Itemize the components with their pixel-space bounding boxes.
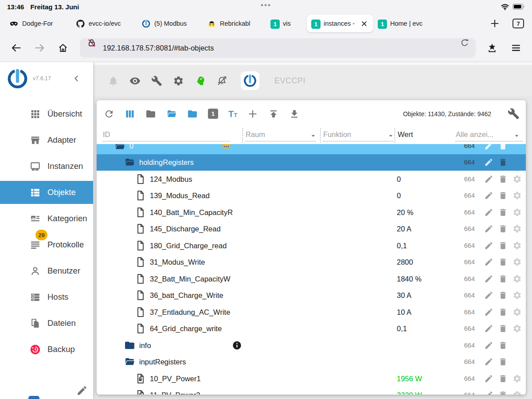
columns-settings-button[interactable] bbox=[508, 108, 520, 120]
collapse-sidebar-button[interactable] bbox=[72, 74, 82, 83]
delete-object-icon[interactable] bbox=[498, 291, 508, 300]
object-row[interactable]: 10_PV_Power11956 W664 bbox=[97, 370, 526, 387]
delete-object-icon[interactable] bbox=[498, 191, 508, 200]
object-row[interactable]: info664 bbox=[97, 337, 526, 354]
delete-object-icon[interactable] bbox=[498, 158, 508, 167]
object-value[interactable]: 30 A bbox=[397, 291, 411, 300]
file-icon[interactable] bbox=[135, 240, 146, 251]
file-lock-icon[interactable] bbox=[135, 390, 146, 395]
acl-value[interactable]: 664 bbox=[464, 358, 475, 365]
sidebar-item-kategorien[interactable]: Kategorien bbox=[0, 207, 93, 230]
sidebar-item-objekte[interactable]: Objekte bbox=[0, 181, 93, 204]
reload-button[interactable] bbox=[460, 38, 469, 48]
object-value[interactable]: 0 bbox=[397, 175, 401, 183]
app-logo-tile[interactable] bbox=[241, 71, 259, 90]
sidebar-item-benutzer[interactable]: Benutzer bbox=[0, 259, 93, 282]
delete-object-icon[interactable] bbox=[498, 174, 508, 184]
object-row[interactable]: 37_Entladung_AC_Write10 A664 bbox=[97, 304, 526, 321]
edit-object-icon[interactable] bbox=[484, 144, 493, 150]
file-icon[interactable] bbox=[135, 207, 146, 218]
folder-open-icon[interactable] bbox=[114, 144, 125, 151]
file-icon[interactable] bbox=[135, 173, 146, 184]
gear-icon[interactable] bbox=[173, 75, 184, 86]
acl-value[interactable]: 664 bbox=[464, 242, 475, 249]
acl-value[interactable]: 664 bbox=[464, 159, 475, 166]
object-row[interactable]: holdingRegisters664 bbox=[97, 154, 526, 171]
bell-icon[interactable] bbox=[108, 75, 119, 86]
object-row[interactable]: 145_Discharge_Read20 A664 bbox=[97, 221, 526, 238]
edit-object-icon[interactable] bbox=[484, 340, 493, 350]
file-icon[interactable] bbox=[135, 257, 146, 268]
object-row[interactable]: 0664 bbox=[97, 144, 526, 154]
object-row[interactable]: 180_Grid_Charge_read0,1664 bbox=[97, 237, 526, 254]
acl-value[interactable]: 664 bbox=[464, 144, 475, 149]
bell-off-icon[interactable] bbox=[216, 75, 227, 86]
filter-funktion-select[interactable]: Funktion bbox=[323, 130, 351, 139]
browser-tab[interactable]: evcc-io/evc bbox=[72, 15, 137, 32]
object-value[interactable]: 20 % bbox=[397, 208, 414, 216]
file-icon[interactable] bbox=[135, 323, 146, 334]
edit-object-icon[interactable] bbox=[484, 158, 493, 167]
folder-open-icon[interactable] bbox=[124, 356, 135, 368]
object-row[interactable]: inputRegisters664 bbox=[97, 354, 526, 371]
delete-object-icon[interactable] bbox=[498, 224, 508, 234]
column-separator[interactable] bbox=[395, 128, 395, 143]
refresh-icon[interactable] bbox=[104, 109, 114, 119]
edit-object-icon[interactable] bbox=[484, 224, 493, 234]
forward-button[interactable] bbox=[35, 43, 45, 53]
edit-object-icon[interactable] bbox=[484, 324, 493, 333]
object-settings-icon[interactable] bbox=[512, 274, 522, 283]
sidebar-item-protokolle[interactable]: Protokolle29 bbox=[0, 233, 93, 256]
edit-object-icon[interactable] bbox=[484, 274, 493, 283]
acl-value[interactable]: 664 bbox=[464, 325, 475, 332]
file-icon[interactable] bbox=[135, 290, 146, 301]
home-button[interactable] bbox=[58, 43, 68, 53]
sidebar-item-backup[interactable]: Backup bbox=[0, 338, 93, 361]
chevron-down-icon[interactable] bbox=[388, 133, 394, 139]
filter-raum-select[interactable]: Raum bbox=[246, 130, 265, 139]
object-settings-icon[interactable] bbox=[512, 191, 522, 200]
edit-object-icon[interactable] bbox=[484, 241, 493, 250]
object-value[interactable]: 1956 W bbox=[397, 374, 422, 383]
column-separator[interactable] bbox=[320, 128, 321, 143]
object-settings-icon[interactable] bbox=[512, 258, 522, 267]
object-value[interactable]: 1840 % bbox=[397, 274, 422, 283]
browser-tab[interactable]: 1instances - bbox=[307, 15, 373, 32]
object-value[interactable]: 10 A bbox=[397, 308, 411, 316]
folder-icon[interactable] bbox=[124, 340, 135, 351]
acl-value[interactable]: 664 bbox=[464, 391, 475, 395]
folder-blue-icon[interactable] bbox=[187, 109, 198, 119]
browser-tab[interactable]: (5) Modbus bbox=[137, 15, 203, 32]
acl-value[interactable]: 664 bbox=[464, 309, 475, 316]
object-settings-icon[interactable] bbox=[512, 307, 522, 317]
bookmark-star-button[interactable] bbox=[487, 43, 497, 53]
plus-icon[interactable] bbox=[247, 109, 258, 119]
edit-menu-button[interactable] bbox=[76, 385, 88, 396]
back-button[interactable] bbox=[11, 43, 21, 53]
delete-object-icon[interactable] bbox=[498, 207, 508, 217]
insecure-lock-icon[interactable] bbox=[87, 38, 97, 48]
columns-icon[interactable] bbox=[125, 109, 135, 119]
object-row[interactable]: 124_Modbus0664 bbox=[97, 171, 526, 188]
url-bar[interactable]: 192.168.178.57:8081/#tab-objects bbox=[80, 38, 476, 58]
overflow-dots-icon[interactable]: ••• bbox=[261, 1, 271, 10]
object-value[interactable]: 3320 W bbox=[397, 391, 422, 395]
object-row[interactable]: 31_Modus_Write2800664 bbox=[97, 254, 526, 271]
object-row[interactable]: 140_Batt_Min_CapacityR20 %664 bbox=[97, 204, 526, 221]
acl-value[interactable]: 664 bbox=[464, 275, 475, 282]
object-value[interactable]: 0,1 bbox=[397, 325, 407, 333]
acl-value[interactable]: 664 bbox=[464, 176, 475, 183]
new-tab-button[interactable] bbox=[489, 18, 500, 29]
edit-object-icon[interactable] bbox=[484, 307, 493, 317]
filter-id-input[interactable]: ID bbox=[103, 130, 110, 139]
delete-object-icon[interactable] bbox=[498, 258, 508, 267]
sidebar-item--bersicht[interactable]: Übersicht bbox=[0, 102, 93, 125]
acl-value[interactable]: 664 bbox=[464, 292, 475, 299]
object-settings-icon[interactable] bbox=[512, 374, 522, 383]
object-settings-icon[interactable] bbox=[512, 207, 522, 217]
browser-tab[interactable]: 1Home | evc bbox=[373, 15, 443, 32]
delete-object-icon[interactable] bbox=[498, 307, 508, 317]
chevron-down-icon[interactable] bbox=[310, 133, 316, 139]
object-value[interactable]: 0 bbox=[397, 192, 401, 200]
file-lock-icon[interactable] bbox=[135, 373, 146, 384]
